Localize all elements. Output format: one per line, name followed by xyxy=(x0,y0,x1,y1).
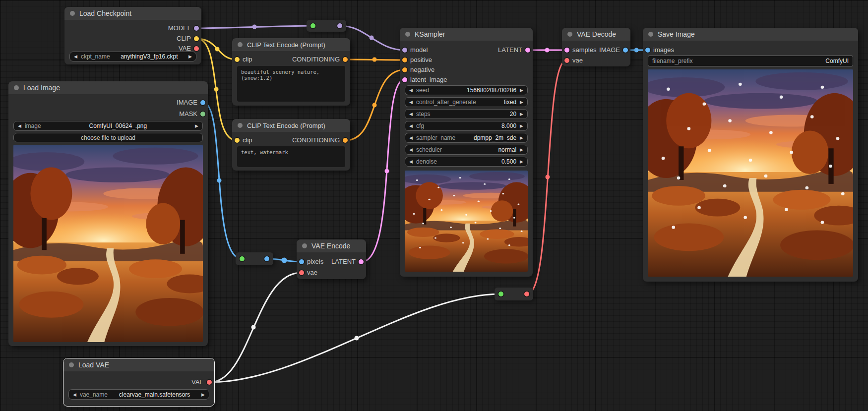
seed-widget[interactable]: ◀ seed 156680208700286 ▶ xyxy=(405,85,528,95)
stepper-left-icon[interactable]: ◀ xyxy=(74,52,77,61)
stepper-right-icon[interactable]: ▶ xyxy=(520,145,523,155)
stepper-right-icon[interactable]: ▶ xyxy=(520,109,523,119)
image-select-widget[interactable]: ◀ image ComfyUI_00624_.png ▶ xyxy=(13,121,203,131)
image-output-dot[interactable] xyxy=(623,48,628,53)
latent-output-dot[interactable] xyxy=(525,48,530,53)
ckpt-name-widget[interactable]: ◀ ckpt_name anythingV3_fp16.ckpt ▶ xyxy=(69,52,196,61)
reroute-input-dot[interactable] xyxy=(310,23,315,28)
stepper-left-icon[interactable]: ◀ xyxy=(409,97,413,107)
stepper-left-icon[interactable]: ◀ xyxy=(73,390,76,400)
link-dot xyxy=(217,178,222,183)
node-load-image[interactable]: Load Image IMAGE MASK ◀ image ComfyUI_00… xyxy=(8,81,208,346)
steps-widget[interactable]: ◀ steps 20 ▶ xyxy=(405,109,528,119)
conditioning-output-dot[interactable] xyxy=(343,138,348,143)
stepper-right-icon[interactable]: ▶ xyxy=(195,121,198,131)
vae-output-dot[interactable] xyxy=(207,380,212,385)
stepper-right-icon[interactable]: ▶ xyxy=(520,97,523,107)
negative-prompt-textarea[interactable]: text, watermark xyxy=(237,146,345,167)
reroute-vae[interactable] xyxy=(495,288,533,300)
reroute-input-dot[interactable] xyxy=(240,256,245,261)
choose-file-button[interactable]: choose file to upload xyxy=(13,133,203,142)
negative-input-dot[interactable] xyxy=(402,67,407,72)
stepper-right-icon[interactable]: ▶ xyxy=(201,390,205,400)
stepper-right-icon[interactable]: ▶ xyxy=(520,157,523,167)
reroute-output-dot[interactable] xyxy=(337,23,342,28)
node-vae-encode[interactable]: VAE Encode pixels LATENT vae xyxy=(297,239,366,279)
node-title-bar[interactable]: Load VAE xyxy=(63,358,214,371)
stepper-left-icon[interactable]: ◀ xyxy=(409,145,413,155)
node-vae-decode[interactable]: VAE Decode samples IMAGE vae xyxy=(562,28,630,66)
node-title-bar[interactable]: Load Checkpoint xyxy=(64,7,201,20)
node-title-bar[interactable]: Load Image xyxy=(8,81,208,94)
reroute-model[interactable] xyxy=(307,20,346,32)
control-after-generate-widget[interactable]: ◀ control_after_generate fixed ▶ xyxy=(405,97,528,107)
images-input-dot[interactable] xyxy=(645,48,650,53)
input-slot-clip: clip xyxy=(232,55,252,64)
clip-output-dot[interactable] xyxy=(194,36,199,41)
conditioning-output-dot[interactable] xyxy=(343,57,348,62)
node-load-checkpoint[interactable]: Load Checkpoint MODEL CLIP VAE ◀ ckpt_na… xyxy=(64,7,201,64)
reroute-output-dot[interactable] xyxy=(264,256,269,261)
vae-output-dot[interactable] xyxy=(194,46,199,51)
stepper-right-icon[interactable]: ▶ xyxy=(188,52,192,61)
stepper-left-icon[interactable]: ◀ xyxy=(18,121,21,131)
stepper-left-icon[interactable]: ◀ xyxy=(409,121,413,131)
positive-input-dot[interactable] xyxy=(402,58,407,62)
scheduler-widget[interactable]: ◀ scheduler normal ▶ xyxy=(405,145,528,155)
node-clip-text-encode-negative[interactable]: CLIP Text Encode (Prompt) clip CONDITION… xyxy=(232,119,350,171)
model-output-dot[interactable] xyxy=(194,26,199,31)
reroute-output-dot[interactable] xyxy=(524,292,529,296)
stepper-left-icon[interactable]: ◀ xyxy=(409,109,413,119)
stepper-left-icon[interactable]: ◀ xyxy=(409,133,413,143)
denoise-widget[interactable]: ◀ denoise 0.500 ▶ xyxy=(405,157,528,167)
node-load-vae[interactable]: Load VAE VAE ◀ vae_name clearvae_main.sa… xyxy=(63,358,214,406)
filename-prefix-widget[interactable]: filename_prefix ComfyUI xyxy=(648,56,853,66)
link-latent-to-ksampler xyxy=(362,80,404,262)
stepper-right-icon[interactable]: ▶ xyxy=(520,133,523,143)
slot-label: LATENT xyxy=(498,46,522,54)
input-slot-latent-image: latent_image xyxy=(400,75,447,85)
vae-input-dot[interactable] xyxy=(299,270,304,275)
node-clip-text-encode-positive[interactable]: CLIP Text Encode (Prompt) clip CONDITION… xyxy=(232,38,350,106)
slot-label: clip xyxy=(243,136,252,144)
clip-input-dot[interactable] xyxy=(235,57,240,62)
vae-input-dot[interactable] xyxy=(564,58,569,63)
widget-name: scheduler xyxy=(416,146,442,153)
reroute-image[interactable] xyxy=(236,252,273,265)
positive-prompt-textarea[interactable]: beautiful scenery nature, (snow:1.2) xyxy=(237,66,345,102)
node-ksampler[interactable]: KSampler model LATENT positive negative … xyxy=(400,28,533,277)
stepper-right-icon[interactable]: ▶ xyxy=(520,85,523,95)
samples-input-dot[interactable] xyxy=(564,48,569,53)
node-title-bar[interactable]: CLIP Text Encode (Prompt) xyxy=(232,119,350,132)
stepper-right-icon[interactable]: ▶ xyxy=(520,121,523,131)
cfg-widget[interactable]: ◀ cfg 8.000 ▶ xyxy=(405,121,528,131)
output-slot-mask: MASK xyxy=(179,109,208,119)
link-dot xyxy=(385,169,389,174)
node-title-bar[interactable]: VAE Decode xyxy=(562,28,630,41)
output-slot-clip: CLIP xyxy=(177,34,201,44)
input-slot-model: model xyxy=(400,45,428,55)
clip-input-dot[interactable] xyxy=(235,138,240,143)
link-dot xyxy=(546,175,550,179)
node-title-bar[interactable]: Save Image xyxy=(643,28,858,41)
latent-image-input-dot[interactable] xyxy=(402,77,407,82)
reroute-input-dot[interactable] xyxy=(498,292,503,296)
latent-output-dot[interactable] xyxy=(359,259,364,264)
stepper-left-icon[interactable]: ◀ xyxy=(409,85,413,95)
node-save-image[interactable]: Save Image images filename_prefix ComfyU… xyxy=(643,28,858,282)
stepper-left-icon[interactable]: ◀ xyxy=(409,157,413,167)
mask-output-dot[interactable] xyxy=(200,112,205,117)
pixels-input-dot[interactable] xyxy=(299,259,304,264)
image-output-dot[interactable] xyxy=(200,100,205,105)
slot-label: clip xyxy=(243,56,252,63)
node-title-bar[interactable]: KSampler xyxy=(400,28,533,41)
node-title-bar[interactable]: VAE Encode xyxy=(297,239,366,252)
output-slot-conditioning: CONDITIONING xyxy=(292,135,350,145)
model-input-dot[interactable] xyxy=(402,48,407,53)
node-title-bar[interactable]: CLIP Text Encode (Prompt) xyxy=(232,38,350,51)
widget-name: image xyxy=(25,122,41,129)
node-graph-canvas[interactable]: Load Checkpoint MODEL CLIP VAE ◀ ckpt_na… xyxy=(0,0,868,411)
sampler-name-widget[interactable]: ◀ sampler_name dpmpp_2m_sde ▶ xyxy=(405,133,528,143)
slot-label: IMAGE xyxy=(177,99,197,106)
vae-name-widget[interactable]: ◀ vae_name clearvae_main.safetensors ▶ xyxy=(68,389,209,400)
